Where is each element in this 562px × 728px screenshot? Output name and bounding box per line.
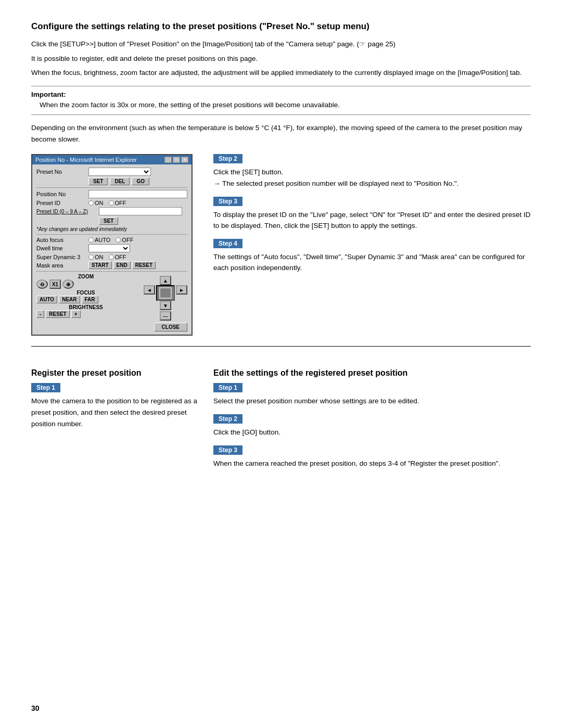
preset-no-select[interactable]	[88, 168, 151, 176]
pan-zoom-out-btn[interactable]: —	[160, 311, 171, 321]
zoom-minus-btn[interactable]: ⊖	[36, 279, 48, 289]
edit-step3-badge: Step 3	[213, 445, 242, 455]
auto-focus-auto-label: AUTO	[95, 237, 110, 243]
set-btn[interactable]: SET	[88, 177, 108, 185]
step4-text: The settings of "Auto focus", "Dwell tim…	[213, 251, 531, 274]
zoom-x1-btn[interactable]: X1	[49, 279, 61, 289]
mask-area-label: Mask area	[36, 262, 88, 269]
close-btn[interactable]: CLOSE	[154, 323, 187, 331]
preset-id-on-label: ON	[95, 200, 104, 206]
step3-badge: Step 3	[213, 197, 242, 206]
preset-id-on-radio[interactable]	[88, 200, 94, 206]
position-no-label: Position No	[36, 191, 88, 197]
mask-reset-btn[interactable]: RESET	[132, 261, 156, 269]
pan-target-box	[159, 287, 172, 299]
step2-badge: Step 2	[213, 154, 242, 163]
update-note: *Any changes are updated immediately	[36, 226, 187, 232]
focus-label: FOCUS	[36, 290, 135, 296]
super-dynamic-on-label: ON	[95, 254, 104, 260]
screenshot-window: Position No - Microsoft Internet Explore…	[31, 154, 193, 336]
important-box: Important: When the zoom factor is 30x o…	[31, 86, 531, 115]
focus-auto-btn[interactable]: AUTO	[36, 296, 57, 303]
screenshot-area: Position No - Microsoft Internet Explore…	[31, 154, 198, 336]
close-window-btn[interactable]: ✕	[181, 157, 188, 163]
super-dynamic-on-radio[interactable]	[88, 254, 94, 260]
step2-text: Click the [SET] button.→ The selected pr…	[213, 167, 531, 189]
important-label: Important:	[31, 91, 531, 98]
go-btn[interactable]: GO	[132, 177, 149, 185]
brightness-label: BRIGHTNESS	[36, 304, 135, 310]
titlebar: Position No - Microsoft Internet Explore…	[32, 155, 191, 164]
brightness-minus-btn[interactable]: -	[36, 310, 44, 318]
edit-step1-text: Select the preset position number whose …	[213, 395, 531, 407]
mask-start-btn[interactable]: START	[88, 261, 112, 269]
pan-right-btn[interactable]: ►	[176, 285, 187, 295]
focus-near-btn[interactable]: NEAR	[59, 296, 80, 303]
main-title: Configure the settings relating to the p…	[31, 21, 531, 32]
dwell-time-label: Dwell time	[36, 245, 88, 251]
super-dynamic-label: Super Dynamic 3	[36, 254, 88, 260]
environment-note: Depending on the environment (such as wh…	[31, 122, 531, 145]
step4-badge: Step 4	[213, 239, 242, 248]
auto-focus-label: Auto focus	[36, 237, 88, 243]
pan-up-btn[interactable]: ▲	[160, 276, 171, 285]
position-no-value	[88, 190, 187, 198]
auto-focus-off-label: OFF	[122, 237, 133, 243]
dwell-time-select[interactable]	[88, 244, 130, 252]
auto-focus-auto-radio[interactable]	[88, 237, 94, 242]
super-dynamic-off-label: OFF	[115, 254, 126, 260]
zoom-plus-btn[interactable]: ⊕	[62, 279, 74, 289]
pan-tilt-area: ▲ ◄ ► ▼ —	[144, 276, 187, 321]
preset-id-off-radio[interactable]	[109, 200, 114, 206]
preset-id-set-btn[interactable]: SET	[99, 217, 118, 225]
auto-focus-off-radio[interactable]	[116, 237, 121, 242]
register-section-title: Register the preset position	[31, 368, 198, 378]
intro-p2: It is possible to register, edit and del…	[31, 53, 531, 65]
intro-p1: Click the [SETUP>>] button of "Preset Po…	[31, 39, 531, 50]
preset-id-off-label: OFF	[115, 200, 126, 206]
preset-no-label: Preset No	[36, 169, 88, 175]
preset-id-label: Preset ID	[36, 200, 88, 206]
brightness-reset-btn[interactable]: RESET	[46, 310, 69, 318]
step3-text: To display the preset ID on the "Live" p…	[213, 209, 531, 232]
focus-far-btn[interactable]: FAR	[82, 296, 98, 303]
intro-p3: When the focus, brightness, zoom factor …	[31, 67, 531, 79]
right-steps-area: Step 2 Click the [SET] button.→ The sele…	[213, 154, 531, 281]
page-number: 30	[31, 704, 40, 712]
pan-center-area	[156, 285, 175, 301]
pan-down-btn[interactable]: ▼	[160, 301, 171, 310]
pan-left-btn[interactable]: ◄	[144, 285, 155, 295]
maximize-btn[interactable]: □	[173, 157, 180, 163]
preset-id-input[interactable]	[99, 207, 182, 215]
register-step1-text: Move the camera to the position to be re…	[31, 395, 198, 429]
edit-section-title: Edit the settings of the registered pres…	[213, 368, 531, 378]
edit-step1-badge: Step 1	[213, 383, 242, 392]
edit-step3-text: When the camera reached the preset posit…	[213, 458, 531, 469]
section-divider	[31, 346, 531, 347]
zoom-label: ZOOM	[36, 274, 135, 279]
super-dynamic-off-radio[interactable]	[109, 254, 114, 260]
minimize-btn[interactable]: _	[164, 157, 172, 163]
register-step1-badge: Step 1	[31, 383, 60, 392]
brightness-plus-btn[interactable]: +	[71, 310, 81, 318]
titlebar-title: Position No - Microsoft Internet Explore…	[35, 157, 137, 163]
edit-step2-badge: Step 2	[213, 414, 242, 424]
edit-step2-text: Click the [GO] button.	[213, 427, 531, 438]
del-btn[interactable]: DEL	[110, 177, 130, 185]
important-text: When the zoom factor is 30x or more, the…	[40, 100, 531, 110]
mask-end-btn[interactable]: END	[113, 261, 131, 269]
preset-id-range-label: Preset ID (0 – 9 A – Z)	[36, 209, 99, 214]
